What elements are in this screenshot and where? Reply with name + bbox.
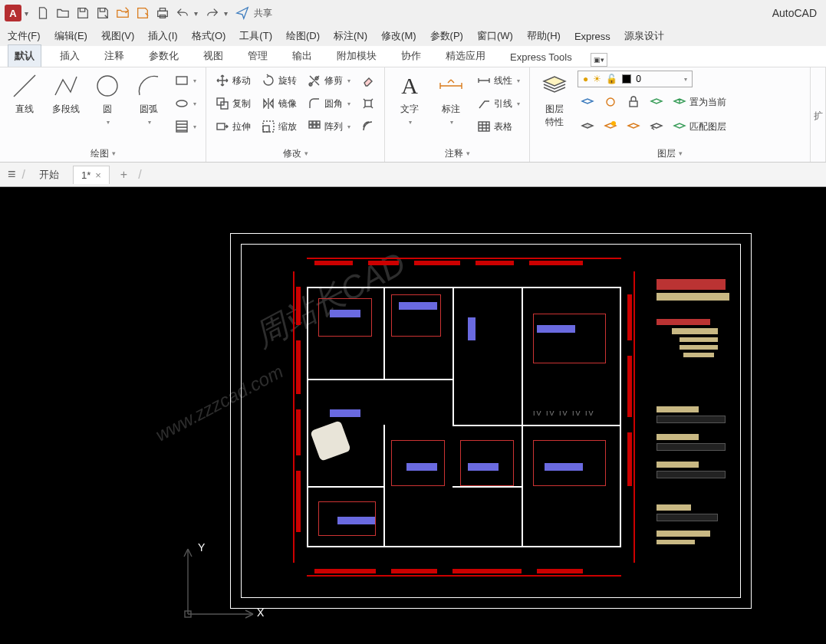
- menu-dim[interactable]: 标注(N): [334, 29, 367, 43]
- arc-button[interactable]: 圆弧▾: [130, 71, 167, 127]
- add-tab-icon[interactable]: +: [116, 168, 132, 182]
- match-layer-button[interactable]: 匹配图层: [670, 117, 729, 136]
- menu-file[interactable]: 文件(F): [8, 29, 41, 43]
- app-menu-dropdown[interactable]: ▾: [25, 9, 28, 18]
- fillet-button[interactable]: 圆角▾: [304, 94, 354, 113]
- dimension-button[interactable]: 标注▾: [433, 71, 469, 127]
- layer-selector[interactable]: ● ☀ 🔓 0 ▾: [578, 71, 693, 87]
- tab-express[interactable]: Express Tools: [504, 48, 578, 67]
- scale-button[interactable]: 缩放: [258, 117, 300, 136]
- panel-layer-label[interactable]: 图层: [536, 145, 804, 162]
- table-button[interactable]: 表格: [474, 117, 523, 136]
- stretch-button[interactable]: 拉伸: [212, 117, 254, 136]
- tab-annotate[interactable]: 注释: [98, 45, 130, 67]
- rect-button[interactable]: ▾: [172, 71, 199, 90]
- text-button[interactable]: A文字▾: [391, 71, 428, 127]
- svg-point-22: [611, 121, 616, 126]
- undo-icon[interactable]: [174, 5, 191, 21]
- undo-dropdown[interactable]: ▾: [194, 9, 198, 18]
- trim-button[interactable]: 修剪▾: [304, 71, 354, 90]
- ucs-x-label: X: [257, 606, 264, 619]
- tab-default[interactable]: 默认: [8, 44, 41, 67]
- tab-output[interactable]: 输出: [286, 45, 318, 67]
- layer-properties-button[interactable]: 图层 特性: [536, 71, 573, 130]
- polyline-button[interactable]: 多段线: [48, 71, 84, 117]
- cloud-open-icon[interactable]: [114, 5, 131, 21]
- redo-dropdown[interactable]: ▾: [224, 9, 228, 18]
- menu-tools[interactable]: 工具(T): [239, 29, 272, 43]
- menu-window[interactable]: 窗口(W): [477, 29, 513, 43]
- ribbon-collapse-icon[interactable]: ▣▾: [591, 53, 607, 67]
- saveas-icon[interactable]: [94, 5, 111, 21]
- redo-icon[interactable]: [204, 5, 221, 21]
- cloud-save-icon[interactable]: [134, 5, 151, 21]
- svg-rect-11: [263, 121, 274, 132]
- svg-point-5: [176, 100, 187, 107]
- menu-insert[interactable]: 插入(I): [148, 29, 177, 43]
- hamburger-icon[interactable]: ≡: [8, 166, 16, 182]
- close-icon[interactable]: ×: [95, 169, 101, 181]
- hatch-button[interactable]: ▾: [172, 117, 199, 136]
- print-icon[interactable]: [154, 5, 171, 21]
- svg-rect-12: [309, 121, 312, 124]
- title-bar: A ▾ ▾ ▾ 共享 AutoCAD: [0, 0, 826, 26]
- tab-doc1[interactable]: 1*×: [73, 166, 110, 184]
- app-logo[interactable]: A: [5, 5, 21, 21]
- menu-draw[interactable]: 绘图(D): [286, 29, 320, 43]
- layer-prev-icon[interactable]: [647, 117, 666, 136]
- menu-format[interactable]: 格式(O): [192, 29, 226, 43]
- circle-button[interactable]: 圆▾: [89, 71, 126, 127]
- mirror-button[interactable]: 镜像: [258, 94, 300, 113]
- save-icon[interactable]: [74, 5, 91, 21]
- menu-modify[interactable]: 修改(M): [381, 29, 416, 43]
- menu-view[interactable]: 视图(V): [101, 29, 134, 43]
- panel-draw-label[interactable]: 绘图: [6, 145, 199, 162]
- menu-help[interactable]: 帮助(H): [527, 29, 561, 43]
- layer-lock-icon[interactable]: [624, 92, 643, 112]
- layer-thaw-icon[interactable]: [601, 117, 620, 136]
- offset-icon[interactable]: [358, 117, 378, 136]
- erase-icon[interactable]: [358, 71, 378, 90]
- layer-iso-icon[interactable]: [578, 92, 597, 112]
- tab-collab[interactable]: 协作: [395, 45, 427, 67]
- tab-manage[interactable]: 管理: [242, 45, 274, 67]
- layer-unlock-icon[interactable]: [624, 117, 643, 136]
- rotate-button[interactable]: 旋转: [258, 71, 300, 90]
- layer-freeze-icon[interactable]: [601, 92, 620, 112]
- ribbon: 直线 多段线 圆▾ 圆弧▾ ▾ ▾ ▾ 绘图 移动 复制 拉伸 旋转 镜像 缩放: [0, 67, 826, 163]
- drawing-canvas[interactable]: 周站长CAD www.zzzcad.com: [0, 187, 826, 644]
- share-label[interactable]: 共享: [254, 7, 272, 20]
- menu-yq[interactable]: 源泉设计: [624, 29, 664, 43]
- layer-off-icon[interactable]: [578, 117, 597, 136]
- panel-modify-label[interactable]: 修改: [212, 145, 378, 162]
- tab-addins[interactable]: 附加模块: [331, 45, 383, 67]
- line-button[interactable]: 直线: [6, 71, 43, 117]
- share-icon[interactable]: [234, 5, 251, 21]
- linear-dim-button[interactable]: 线性▾: [474, 71, 523, 90]
- set-current-button[interactable]: 置为当前: [670, 92, 729, 112]
- tab-parametric[interactable]: 参数化: [143, 45, 185, 67]
- new-icon[interactable]: [35, 5, 51, 21]
- svg-rect-13: [313, 121, 316, 124]
- tab-featured[interactable]: 精选应用: [439, 45, 492, 67]
- title-block: [657, 279, 733, 586]
- svg-rect-14: [317, 121, 320, 124]
- menu-param[interactable]: 参数(P): [430, 29, 463, 43]
- tab-start[interactable]: 开始: [31, 165, 67, 185]
- ellipse-button[interactable]: ▾: [172, 94, 199, 113]
- leader-button[interactable]: 引线▾: [474, 94, 523, 113]
- move-button[interactable]: 移动: [212, 71, 254, 90]
- array-button[interactable]: 阵列▾: [304, 117, 354, 136]
- tab-insert[interactable]: 插入: [54, 45, 86, 67]
- panel-annotate-label[interactable]: 注释: [391, 145, 523, 162]
- explode-icon[interactable]: [358, 94, 378, 113]
- tab-view[interactable]: 视图: [197, 45, 229, 67]
- menu-edit[interactable]: 编辑(E): [54, 29, 87, 43]
- sun-icon: ☀: [593, 74, 601, 84]
- layer-on-icon[interactable]: [647, 92, 666, 112]
- copy-button[interactable]: 复制: [212, 94, 254, 113]
- app-title: AutoCAD: [772, 7, 817, 19]
- open-icon[interactable]: [54, 5, 71, 21]
- menu-express[interactable]: Express: [574, 31, 610, 42]
- svg-rect-10: [263, 126, 269, 132]
